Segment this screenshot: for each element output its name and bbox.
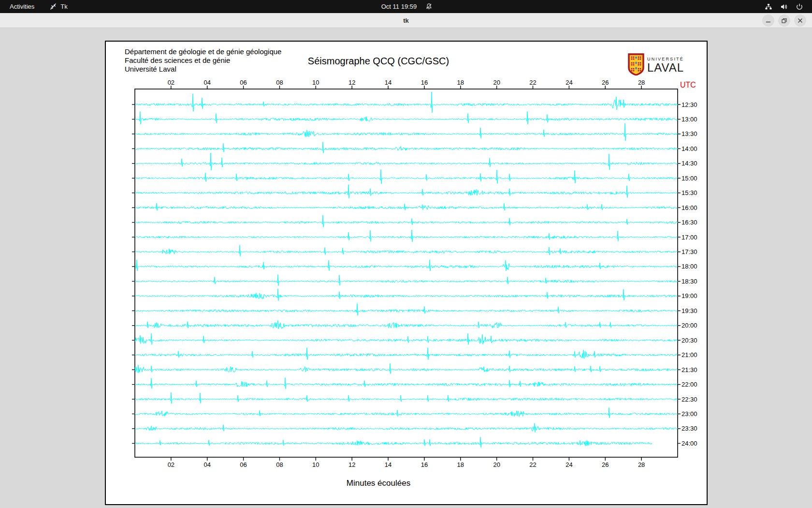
svg-text:15:30: 15:30 xyxy=(682,189,697,196)
svg-text:02: 02 xyxy=(168,461,174,468)
svg-text:14:30: 14:30 xyxy=(682,160,697,167)
svg-text:18: 18 xyxy=(457,79,464,86)
svg-text:08: 08 xyxy=(276,461,283,468)
svg-text:24:00: 24:00 xyxy=(682,440,697,447)
svg-text:22:30: 22:30 xyxy=(682,396,697,403)
svg-text:15:00: 15:00 xyxy=(682,175,697,182)
svg-text:10: 10 xyxy=(312,79,319,86)
close-button[interactable] xyxy=(794,15,806,27)
svg-text:12:30: 12:30 xyxy=(682,101,697,108)
svg-text:28: 28 xyxy=(638,461,645,468)
svg-text:16: 16 xyxy=(421,461,428,468)
svg-text:20:00: 20:00 xyxy=(682,322,697,329)
svg-text:22: 22 xyxy=(529,79,536,86)
restore-button[interactable] xyxy=(778,15,790,27)
svg-text:24: 24 xyxy=(566,461,572,468)
svg-text:22: 22 xyxy=(529,461,536,468)
svg-text:23:30: 23:30 xyxy=(682,425,697,432)
svg-text:04: 04 xyxy=(203,461,210,468)
svg-text:08: 08 xyxy=(276,79,283,86)
svg-text:22:00: 22:00 xyxy=(682,381,697,388)
svg-text:20: 20 xyxy=(493,461,500,468)
svg-text:14: 14 xyxy=(385,79,392,86)
svg-text:17:00: 17:00 xyxy=(682,234,697,241)
volume-icon[interactable] xyxy=(780,3,788,11)
svg-text:16:00: 16:00 xyxy=(682,204,697,211)
minimize-button[interactable] xyxy=(762,15,774,27)
svg-text:17:30: 17:30 xyxy=(682,248,697,255)
clock-button[interactable]: Oct 11 19:59 xyxy=(379,3,419,10)
svg-text:24: 24 xyxy=(566,79,572,86)
svg-text:13:00: 13:00 xyxy=(682,116,697,123)
svg-text:18: 18 xyxy=(457,461,464,468)
svg-text:20: 20 xyxy=(493,79,500,86)
svg-text:Minutes écoulées: Minutes écoulées xyxy=(347,478,410,488)
svg-text:19:30: 19:30 xyxy=(682,307,697,314)
svg-text:21:30: 21:30 xyxy=(682,366,697,374)
svg-text:23:00: 23:00 xyxy=(682,410,697,418)
desktop: Activities Tk Oct 11 19:59 xyxy=(0,0,812,508)
svg-text:14:00: 14:00 xyxy=(682,145,697,152)
svg-text:10: 10 xyxy=(312,461,319,468)
svg-text:26: 26 xyxy=(602,79,609,86)
network-icon[interactable] xyxy=(765,3,772,11)
window-titlebar[interactable]: tk xyxy=(0,13,812,28)
tk-root-background: Département de géologie et de génie géol… xyxy=(0,28,812,508)
svg-text:02: 02 xyxy=(168,79,174,86)
svg-text:14: 14 xyxy=(385,461,392,468)
svg-text:06: 06 xyxy=(240,461,246,468)
power-icon[interactable] xyxy=(796,3,803,11)
svg-text:20:30: 20:30 xyxy=(682,337,697,344)
svg-text:13:30: 13:30 xyxy=(682,130,697,137)
svg-text:28: 28 xyxy=(638,79,645,86)
gnome-top-bar: Activities Tk Oct 11 19:59 xyxy=(0,0,812,13)
svg-text:16:30: 16:30 xyxy=(682,219,697,226)
svg-text:06: 06 xyxy=(240,79,246,86)
svg-text:12: 12 xyxy=(348,79,355,86)
window-title: tk xyxy=(403,17,409,24)
svg-text:04: 04 xyxy=(203,79,210,86)
svg-text:19:00: 19:00 xyxy=(682,292,697,299)
svg-text:16: 16 xyxy=(421,79,428,86)
seismograph-canvas: Département de géologie et de génie géol… xyxy=(105,41,708,505)
svg-text:12: 12 xyxy=(348,461,355,468)
bell-muted-icon xyxy=(425,3,433,10)
svg-text:UTC: UTC xyxy=(680,81,696,89)
svg-text:26: 26 xyxy=(602,461,609,468)
seismogram-plot: 0202040406060808101012121414161618182020… xyxy=(106,42,707,504)
svg-text:21:00: 21:00 xyxy=(682,351,697,359)
svg-text:18:00: 18:00 xyxy=(682,263,697,270)
svg-text:18:30: 18:30 xyxy=(682,278,697,285)
